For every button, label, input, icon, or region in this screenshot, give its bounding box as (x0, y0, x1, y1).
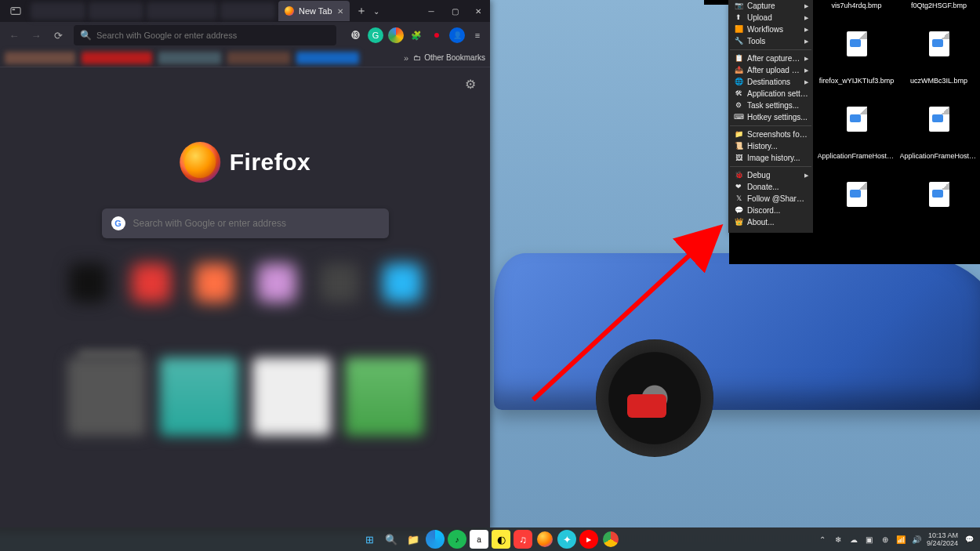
taskbar-spotify[interactable]: ♪ (448, 530, 466, 549)
menu-item-about[interactable]: 👑About... (728, 216, 813, 228)
card-3[interactable] (252, 357, 331, 436)
newtab-search-input[interactable] (133, 218, 379, 229)
menu-item-screenshots-folder[interactable]: 📁Screenshots folder... (728, 129, 813, 140)
other-bookmarks-button[interactable]: 🗀 Other Bookmarks (413, 53, 485, 62)
tray-wifi[interactable]: 📶 (895, 534, 906, 545)
bookmark-blurred-3[interactable] (158, 52, 221, 64)
newtab-search-box[interactable]: G (102, 208, 389, 238)
tray-sharex[interactable]: ▣ (864, 534, 875, 545)
tab-blurred-3[interactable] (147, 2, 217, 20)
menu-item-application-settings[interactable]: 🛠Application settings... (728, 88, 813, 100)
forward-button[interactable]: → (27, 26, 45, 45)
taskbar-music[interactable]: ♫ (514, 530, 532, 549)
nav-toolbar: ← → ⟳ 🔍 ⓭ G 🧩 👤 ≡ (0, 22, 490, 49)
grammarly-icon[interactable]: G (368, 27, 383, 43)
taskbar-chrome[interactable] (601, 530, 620, 549)
menu-label: Application settings... (747, 88, 808, 100)
chrome-ext-icon[interactable] (388, 27, 404, 43)
app-menu-button[interactable]: ≡ (470, 27, 485, 43)
tray-volume[interactable]: 🔊 (911, 534, 922, 545)
start-button[interactable]: ⊞ (360, 530, 379, 549)
new-tab-button[interactable]: ＋ (356, 4, 367, 18)
menu-icon: 📜 (733, 140, 744, 152)
nav-right-group: ⓭ G 🧩 👤 ≡ (347, 27, 485, 43)
menu-label: Capture (747, 0, 801, 12)
customize-button[interactable]: ⚙ (465, 77, 476, 92)
url-bar[interactable]: 🔍 (74, 25, 336, 45)
menu-item-task-settings[interactable]: ⚙Task settings... (728, 100, 813, 111)
menu-label: Follow @ShareX... (747, 193, 808, 205)
shortcut-5[interactable] (320, 263, 359, 303)
tray-app-2[interactable]: ⊕ (880, 534, 891, 545)
firefox-view-button[interactable] (4, 3, 27, 19)
notifications-button[interactable]: 💬 (963, 533, 975, 546)
file-thumbnail[interactable]: f0Qtg2HSGF.bmp (898, 0, 980, 75)
menu-item-workflows[interactable]: 🟧Workflows▶ (728, 24, 813, 35)
shortcut-1[interactable] (69, 263, 108, 303)
menu-icon: ⬆ (733, 12, 744, 24)
card-2[interactable] (160, 357, 238, 436)
taskbar-app-3[interactable]: ✦ (557, 530, 576, 549)
bookmark-blurred-4[interactable] (227, 52, 290, 64)
reload-button[interactable]: ⟳ (49, 26, 67, 45)
taskbar-app-1[interactable]: a (470, 530, 488, 549)
wallpaper-car (494, 253, 980, 410)
file-thumbnail[interactable]: firefox_wYIJKTIuf3.bmp (815, 75, 898, 150)
menu-item-after-upload-tasks[interactable]: 📤After upload tasks▶ (728, 64, 813, 76)
tab-close-button[interactable]: ✕ (337, 7, 343, 16)
bookmark-blurred-5[interactable] (296, 52, 359, 64)
menu-item-hotkey-settings[interactable]: ⌨Hotkey settings... (728, 111, 813, 123)
extensions-icon[interactable]: 🧩 (408, 27, 424, 43)
menu-item-debug[interactable]: 🐞Debug▶ (728, 169, 813, 181)
tray-overflow[interactable]: ⌃ (817, 534, 828, 545)
menu-item-destinations[interactable]: 🌐Destinations▶ (728, 76, 813, 88)
taskbar-edge[interactable] (426, 530, 445, 549)
menu-item-after-capture-tasks[interactable]: 📋After capture tasks▶ (728, 53, 813, 64)
tab-new-tab[interactable]: New Tab ✕ (278, 1, 350, 21)
card-1[interactable] (67, 357, 146, 436)
menu-item-donate[interactable]: ❤Donate... (728, 181, 813, 193)
menu-item-image-history[interactable]: 🖼Image history... (728, 152, 813, 164)
bookmark-blurred-1[interactable] (5, 52, 75, 64)
shortcut-4[interactable] (257, 263, 296, 303)
google-icon: G (111, 216, 125, 230)
tab-list-button[interactable]: ⌄ (373, 7, 379, 16)
taskbar-search[interactable]: 🔍 (382, 530, 401, 549)
newtab-content: ⚙ Firefox G (0, 67, 490, 529)
menu-item-follow-sharex[interactable]: 𝕏Follow @ShareX... (728, 193, 813, 205)
back-button[interactable]: ← (5, 26, 24, 45)
minimize-button[interactable]: ─ (419, 0, 443, 22)
tracking-icon[interactable]: ⓭ (347, 27, 363, 43)
taskbar-explorer[interactable]: 📁 (404, 530, 423, 549)
shortcut-2[interactable] (132, 263, 171, 303)
bookmarks-overflow-button[interactable]: » (404, 53, 408, 63)
menu-item-capture[interactable]: 📷Capture▶ (728, 0, 813, 12)
menu-item-tools[interactable]: 🔧Tools▶ (728, 35, 813, 47)
taskbar-clock[interactable]: 10:13 AM 9/24/2024 (927, 531, 958, 547)
file-thumbnail[interactable]: ApplicationFrameHost_Gc... (815, 150, 898, 226)
menu-item-upload[interactable]: ⬆Upload▶ (728, 12, 813, 24)
menu-icon: 🖼 (733, 152, 744, 164)
taskbar-firefox[interactable] (535, 530, 554, 549)
url-input[interactable] (96, 31, 330, 40)
taskbar-app-2[interactable]: ◐ (492, 530, 510, 549)
close-window-button[interactable]: ✕ (466, 0, 490, 22)
menu-item-discord[interactable]: 💬Discord... (728, 205, 813, 216)
tab-blurred-2[interactable] (89, 2, 143, 20)
menu-item-history[interactable]: 📜History... (728, 140, 813, 152)
bookmark-blurred-2[interactable] (82, 52, 152, 64)
tray-app-1[interactable]: ❄ (833, 534, 844, 545)
tab-blurred-4[interactable] (220, 2, 275, 20)
maximize-button[interactable]: ▢ (443, 0, 466, 22)
tray-onedrive[interactable]: ☁ (848, 534, 859, 545)
tab-blurred-1[interactable] (31, 2, 85, 20)
file-thumbnail[interactable]: vis7uh4rdq.bmp (815, 0, 898, 75)
file-thumbnail[interactable]: uczWMBc3IL.bmp (898, 75, 980, 150)
card-4[interactable] (345, 357, 423, 436)
shortcut-3[interactable] (194, 263, 234, 303)
shortcut-6[interactable] (383, 263, 422, 303)
taskbar-youtube[interactable]: ▶ (579, 530, 598, 549)
account-icon[interactable]: 👤 (449, 27, 465, 43)
file-thumbnail[interactable]: ApplicationFrameHost_Kd... (898, 150, 980, 226)
pocket-icon[interactable] (429, 27, 445, 43)
